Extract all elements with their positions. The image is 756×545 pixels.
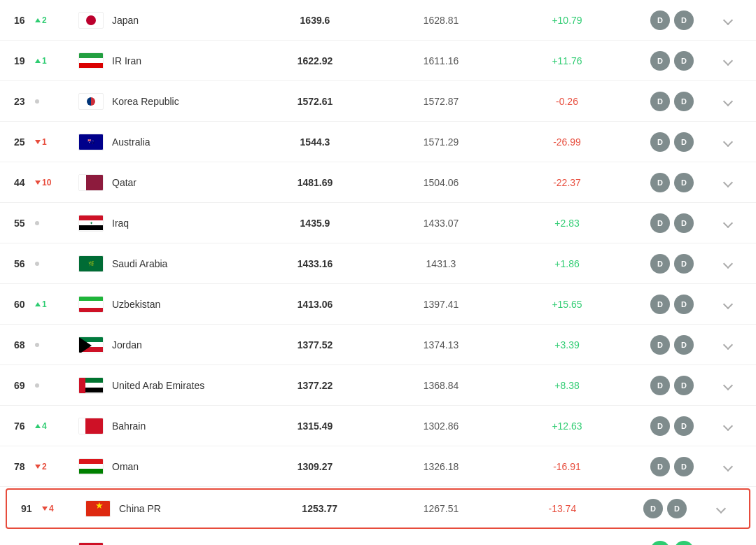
badge-2: D	[674, 173, 694, 192]
badge-1: D	[650, 10, 670, 30]
badge-2: D	[674, 416, 694, 436]
previous-points: 1374.13	[378, 339, 504, 351]
current-points: 1544.3	[252, 136, 378, 148]
table-row: 69 United Arab Emirates 1377.22 1368.84 …	[0, 365, 756, 406]
previous-points: 1431.3	[378, 258, 504, 269]
table-row: 91 4 ★ China PR 1253.77 1267.51 -13.74 D…	[6, 488, 750, 529]
previous-points: 1433.07	[378, 218, 504, 229]
chevron-down-icon	[723, 420, 733, 430]
current-points: 1481.69	[252, 177, 378, 188]
rank-change-down: 10	[35, 178, 51, 187]
expand-button[interactable]	[714, 423, 742, 430]
badges-column: W W	[630, 541, 714, 545]
badges-column: D D	[630, 295, 714, 314]
badge-1: D	[650, 416, 670, 436]
expand-button[interactable]	[714, 179, 742, 186]
rank-number: 60	[14, 299, 31, 310]
rank-column: 25 1	[14, 136, 70, 148]
points-diff: +15.65	[504, 299, 630, 310]
points-diff: +8.38	[504, 380, 630, 391]
points-diff: -13.74	[502, 503, 623, 514]
country-name: China PR	[119, 503, 259, 514]
badge-1: D	[650, 254, 670, 274]
badges-column: D D	[630, 173, 714, 192]
country-name: Qatar	[112, 177, 252, 188]
rank-change-neutral	[35, 99, 39, 104]
table-row: 92 1 ★★ Syria 1252.91 1246.68 +6.23 W W	[0, 530, 756, 545]
expand-button[interactable]	[714, 139, 742, 146]
table-row: 16 2 Japan 1639.6 1628.81 +10.79 D D	[0, 0, 756, 41]
rank-column: 55	[14, 218, 70, 229]
rank-change-neutral	[35, 343, 39, 347]
rank-column: 69	[14, 380, 70, 391]
badge-1: D	[650, 213, 670, 233]
badges-column: D D	[630, 10, 714, 30]
badges-column: D D	[630, 457, 714, 476]
expand-button[interactable]	[714, 220, 742, 227]
country-name: Japan	[112, 15, 252, 26]
flag-column	[70, 377, 112, 394]
points-diff: +10.79	[504, 15, 630, 26]
expand-button[interactable]	[714, 301, 742, 308]
previous-points: 1504.06	[378, 177, 504, 188]
rank-change-neutral	[35, 262, 39, 266]
badge-2: D	[674, 335, 694, 355]
previous-points: 1368.84	[378, 380, 504, 391]
badge-1: D	[650, 173, 670, 192]
points-diff: +11.76	[504, 55, 630, 66]
points-diff: +12.63	[504, 420, 630, 432]
badge-2: D	[674, 92, 694, 111]
previous-points: 1571.29	[378, 136, 504, 148]
badge-2: W	[674, 541, 694, 545]
chevron-down-icon	[723, 380, 733, 390]
change-amount: 1	[42, 299, 47, 309]
current-points: 1622.92	[252, 55, 378, 66]
badge-1: D	[650, 132, 670, 152]
country-name: Iraq	[112, 218, 252, 229]
rank-number: 91	[21, 503, 38, 514]
badge-1: D	[650, 457, 670, 476]
badge-1: D	[643, 499, 663, 518]
badge-2: D	[667, 499, 687, 518]
change-amount: 10	[42, 178, 51, 187]
expand-button[interactable]	[714, 341, 742, 348]
rank-number: 19	[14, 55, 31, 66]
chevron-down-icon	[716, 504, 726, 514]
rank-change-up: 1	[35, 56, 47, 66]
chevron-down-icon	[723, 339, 733, 349]
country-name: Jordan	[112, 339, 252, 351]
expand-button[interactable]	[714, 382, 742, 389]
previous-points: 1628.81	[378, 15, 504, 26]
expand-button[interactable]	[707, 505, 735, 512]
change-amount: 1	[42, 137, 47, 147]
table-row: 23 Korea Republic 1572.61 1572.87 -0.26 …	[0, 81, 756, 122]
expand-button[interactable]	[714, 463, 742, 470]
badge-1: D	[650, 92, 670, 111]
badge-2: D	[674, 132, 694, 152]
expand-button[interactable]	[714, 98, 742, 105]
country-name: Korea Republic	[112, 96, 252, 107]
points-diff: +2.83	[504, 218, 630, 229]
chevron-down-icon	[723, 15, 733, 24]
expand-button[interactable]	[714, 57, 742, 64]
badges-column: D D	[630, 376, 714, 395]
badges-column: D D	[630, 254, 714, 274]
rank-change-down: 4	[42, 504, 54, 514]
badges-column: D D	[630, 92, 714, 111]
table-row: 78 2 Oman 1309.27 1326.18 -16.91 D D	[0, 446, 756, 487]
change-amount: 1	[42, 56, 47, 66]
expand-button[interactable]	[714, 17, 742, 24]
chevron-down-icon	[723, 55, 733, 65]
rankings-table: 16 2 Japan 1639.6 1628.81 +10.79 D D 19 …	[0, 0, 756, 545]
points-diff: +1.86	[504, 258, 630, 269]
flag-column	[70, 174, 112, 191]
rank-column: 60 1	[14, 299, 70, 310]
current-points: 1309.27	[252, 461, 378, 472]
previous-points: 1326.18	[378, 461, 504, 472]
badge-2: D	[674, 376, 694, 395]
expand-button[interactable]	[714, 260, 742, 267]
badge-1: D	[650, 51, 670, 71]
rank-change-neutral	[35, 221, 39, 225]
rank-number: 23	[14, 96, 31, 107]
previous-points: 1267.51	[380, 503, 501, 514]
